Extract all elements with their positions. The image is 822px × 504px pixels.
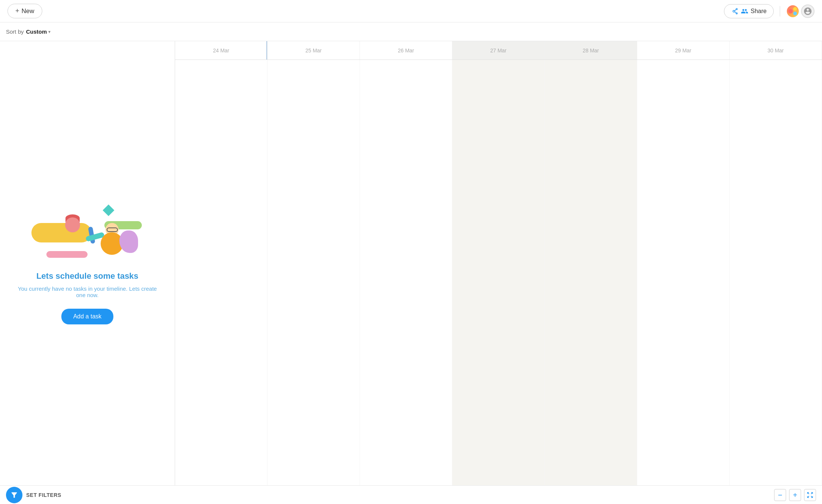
illus-person1-head (65, 217, 80, 232)
timeline-body-col (730, 60, 822, 485)
zoom-fit-icon (806, 491, 814, 499)
illus-glasses (107, 227, 118, 232)
zoom-out-icon: − (778, 491, 782, 499)
new-button[interactable]: + New (7, 4, 42, 18)
timeline-body-col (545, 60, 637, 485)
sort-prefix: Sort by (6, 28, 24, 35)
timeline-body (175, 60, 822, 485)
timeline-body-col (637, 60, 730, 485)
timeline-date-col: 26 Mar (360, 41, 452, 59)
new-button-label: New (22, 7, 34, 15)
sort-chevron-icon[interactable]: ▾ (48, 29, 51, 34)
set-filters-label: SET FILTERS (26, 492, 61, 498)
zoom-in-button[interactable]: + (789, 489, 801, 501)
zoom-in-icon: + (793, 491, 797, 499)
toolbar-left: + New (7, 4, 42, 18)
mystery-avatar (801, 4, 815, 18)
main-container: Lets schedule some tasks You currently h… (0, 41, 822, 485)
share-button-label: Share (751, 8, 767, 15)
svg-point-2 (736, 13, 737, 14)
bottom-bar: SET FILTERS − + (0, 485, 822, 504)
svg-point-1 (736, 8, 737, 9)
illus-pink-bar (46, 251, 88, 258)
plus-icon: + (15, 7, 19, 15)
timeline-date-col: 29 Mar (637, 41, 730, 59)
timeline-date-col: 27 Mar (452, 41, 545, 59)
timeline-body-col (360, 60, 452, 485)
filter-icon-button[interactable] (6, 487, 22, 503)
timeline-date-col: 28 Mar (545, 41, 637, 59)
avatar-1 (786, 4, 800, 18)
timeline-date-col: 25 Mar (268, 41, 360, 59)
illus-blue-diamond (103, 204, 114, 216)
timeline-body-col (268, 60, 360, 485)
share-button[interactable]: Share (724, 4, 774, 18)
filter-section: SET FILTERS (6, 487, 61, 503)
illus-yellow-pill (31, 223, 91, 242)
svg-line-4 (735, 12, 736, 13)
svg-point-6 (793, 7, 797, 11)
toolbar-right: Share (724, 4, 815, 18)
toolbar-divider (780, 6, 780, 16)
sort-bar: Sort by Custom ▾ (0, 22, 822, 41)
timeline-date-col: 24 Mar (175, 41, 268, 59)
timeline-body-col (175, 60, 268, 485)
svg-line-3 (735, 9, 736, 10)
empty-state-subtitle: You currently have no tasks in your time… (15, 285, 160, 298)
filter-icon (10, 491, 18, 499)
timeline-header: 24 Mar25 Mar26 Mar27 Mar28 Mar29 Mar30 M… (175, 41, 822, 60)
add-task-button[interactable]: Add a task (61, 309, 114, 324)
left-panel: Lets schedule some tasks You currently h… (0, 41, 175, 485)
toolbar: + New Share (0, 0, 822, 22)
zoom-out-button[interactable]: − (774, 489, 786, 501)
empty-illustration (31, 202, 144, 262)
zoom-controls: − + (774, 489, 816, 501)
zoom-fit-button[interactable] (804, 489, 816, 501)
empty-state-title: Lets schedule some tasks (36, 271, 138, 281)
illus-purple-blob (119, 230, 138, 253)
timeline-panel: 24 Mar25 Mar26 Mar27 Mar28 Mar29 Mar30 M… (175, 41, 822, 485)
svg-point-5 (788, 9, 793, 13)
current-time-marker (266, 41, 267, 59)
timeline-date-col: 30 Mar (730, 41, 822, 59)
share-icon (731, 7, 739, 15)
timeline-body-col (452, 60, 545, 485)
svg-point-7 (793, 12, 797, 15)
people-share-icon (741, 7, 748, 15)
sort-value: Custom (26, 28, 47, 35)
avatar-group (786, 4, 797, 18)
